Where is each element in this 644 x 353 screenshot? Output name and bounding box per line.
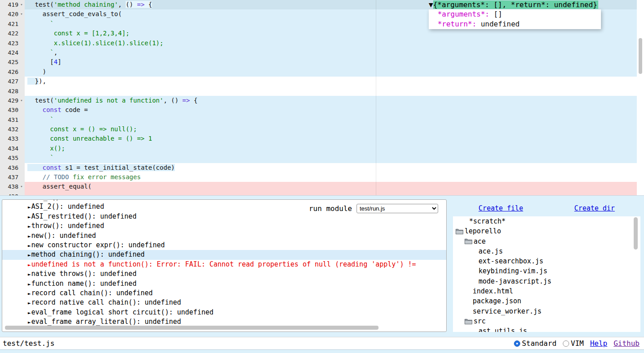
expand-triangle-icon[interactable]: ► bbox=[28, 319, 31, 325]
collapse-triangle-icon[interactable]: ▼ bbox=[429, 0, 433, 9]
code-line-text[interactable]: [4] bbox=[25, 57, 637, 67]
expand-triangle-icon[interactable]: ► bbox=[28, 252, 31, 258]
code-line-text[interactable]: const code = bbox=[25, 105, 637, 115]
file-tree-file[interactable]: index.html bbox=[453, 286, 640, 296]
expand-triangle-icon[interactable]: ► bbox=[28, 199, 31, 201]
code-line[interactable]: 431 ` bbox=[0, 115, 644, 125]
github-link[interactable]: Github bbox=[614, 339, 640, 348]
code-line[interactable]: 426 ) bbox=[0, 67, 644, 77]
test-results-panel: ►ASI_1(): undefined►ASI_2(): undefined►A… bbox=[2, 199, 447, 332]
test-result-item[interactable]: ►new(): undefined bbox=[2, 231, 446, 241]
code-token: { bbox=[144, 1, 152, 8]
code-line-text[interactable]: const unreachable = () => 1 bbox=[25, 134, 637, 143]
code-line[interactable]: 429▾ test('undefined is not a function',… bbox=[0, 96, 644, 105]
code-line[interactable]: 433 const unreachable = () => 1 bbox=[0, 134, 644, 143]
code-line-text[interactable]: // TODO fix error messages bbox=[25, 172, 637, 182]
test-result-item[interactable]: ►function name(): undefined bbox=[2, 279, 446, 288]
code-line-text[interactable] bbox=[25, 192, 637, 196]
line-number: 433 bbox=[1, 134, 18, 143]
radio-selected-icon[interactable] bbox=[514, 340, 520, 347]
code-line-text[interactable]: `, bbox=[25, 48, 637, 57]
file-tree-dir[interactable]: leporello bbox=[453, 226, 640, 236]
code-line-text[interactable]: x(); bbox=[25, 144, 637, 153]
line-gutter: 422 bbox=[0, 29, 25, 38]
code-line[interactable]: 439 bbox=[0, 192, 644, 196]
code-line[interactable]: 435 ` bbox=[0, 153, 644, 163]
code-line-text[interactable]: assert_equal( bbox=[25, 182, 637, 191]
file-tree-file[interactable]: *scratch* bbox=[453, 216, 640, 226]
test-result-item[interactable]: ►native throws(): undefined bbox=[2, 269, 446, 279]
expand-triangle-icon[interactable]: ► bbox=[28, 233, 31, 239]
code-editor[interactable]: 419▾ test('method chaining', () => {420▾… bbox=[0, 0, 644, 196]
code-line[interactable]: 434 x(); bbox=[0, 144, 644, 153]
file-tree-file[interactable]: ace.js bbox=[453, 246, 640, 256]
line-gutter: 432 bbox=[0, 125, 25, 134]
code-line-text[interactable]: ) bbox=[25, 67, 637, 77]
test-result-item[interactable]: ►throw(): undefined bbox=[2, 221, 446, 231]
file-tree-scrollbar-thumb[interactable] bbox=[634, 217, 638, 250]
editor-vertical-scrollbar-thumb[interactable] bbox=[639, 38, 642, 74]
file-tree-file[interactable]: keybinding-vim.js bbox=[453, 266, 640, 276]
help-link[interactable]: Help bbox=[590, 339, 608, 348]
code-line[interactable]: 430 const code = bbox=[0, 105, 644, 115]
expand-triangle-icon[interactable]: ► bbox=[28, 271, 31, 277]
create-file-button[interactable]: Create file bbox=[479, 204, 523, 212]
expand-triangle-icon[interactable]: ► bbox=[28, 281, 31, 287]
code-line-text[interactable]: ` bbox=[25, 115, 637, 125]
tooltip-entry[interactable]: *arguments*: [] bbox=[429, 9, 601, 19]
test-result-item[interactable]: ►new constructor expr(): undefined bbox=[2, 241, 446, 250]
code-line-text[interactable] bbox=[25, 86, 637, 96]
line-gutter: 429▾ bbox=[0, 96, 25, 105]
code-line[interactable]: 423 x.slice(1).slice(1).slice(1); bbox=[0, 39, 644, 48]
file-tree-dir[interactable]: src bbox=[453, 316, 640, 326]
code-line[interactable]: 427 }), bbox=[0, 77, 644, 86]
code-line[interactable]: 424 `, bbox=[0, 48, 644, 57]
code-line-text[interactable]: const s1 = test_initial_state(code) bbox=[25, 163, 637, 172]
keybinding-option-vim[interactable]: VIM bbox=[563, 339, 584, 348]
expand-triangle-icon[interactable]: ► bbox=[28, 214, 31, 220]
expand-triangle-icon[interactable]: ► bbox=[28, 300, 31, 306]
expand-triangle-icon[interactable]: ► bbox=[28, 243, 31, 249]
tooltip-header-row[interactable]: ▼{*arguments*: [], *return*: undefined} bbox=[429, 0, 601, 9]
code-line[interactable]: 422 const x = [1,2,3,4]; bbox=[0, 29, 644, 38]
code-token: ` bbox=[27, 20, 54, 27]
create-dir-button[interactable]: Create dir bbox=[574, 204, 615, 212]
test-result-item[interactable]: ►method chaining(): undefined bbox=[2, 250, 446, 259]
code-line[interactable]: 436 const s1 = test_initial_state(code) bbox=[0, 163, 644, 172]
expand-triangle-icon[interactable]: ► bbox=[28, 262, 31, 268]
expand-triangle-icon[interactable]: ► bbox=[28, 224, 31, 229]
expand-triangle-icon[interactable]: ► bbox=[28, 204, 31, 210]
fold-widget-icon[interactable]: ▾ bbox=[18, 0, 25, 9]
code-line[interactable]: 425 [4] bbox=[0, 57, 644, 67]
code-line-text[interactable]: const x = () => null(); bbox=[25, 125, 637, 134]
code-line-text[interactable]: x.slice(1).slice(1).slice(1); bbox=[25, 39, 637, 48]
code-line-text[interactable]: }), bbox=[25, 77, 637, 86]
logs-horizontal-scrollbar-thumb[interactable] bbox=[5, 326, 379, 330]
fold-widget-icon[interactable]: ▾ bbox=[18, 182, 25, 191]
code-line-text[interactable]: test('undefined is not a function', () =… bbox=[25, 96, 637, 105]
expand-triangle-icon[interactable]: ► bbox=[28, 291, 31, 297]
code-line[interactable]: 432 const x = () => null(); bbox=[0, 125, 644, 134]
test-result-item[interactable]: ►record native call chain(): undefined bbox=[2, 298, 446, 307]
keybinding-option-standard[interactable]: Standard bbox=[514, 339, 557, 348]
test-result-item[interactable]: ►eval_frame logical short circuit(): und… bbox=[2, 308, 446, 317]
file-tree-file[interactable]: service_worker.js bbox=[453, 306, 640, 316]
code-line[interactable]: 438▾ assert_equal( bbox=[0, 182, 644, 191]
fold-widget-icon[interactable]: ▾ bbox=[18, 96, 25, 105]
expand-triangle-icon[interactable]: ► bbox=[28, 310, 31, 316]
file-tree-file[interactable]: ast_utils.js bbox=[453, 326, 640, 332]
file-tree-file[interactable]: ext-searchbox.js bbox=[453, 256, 640, 266]
test-result-item[interactable]: ►record call chain(): undefined bbox=[2, 288, 446, 298]
run-module-select[interactable]: test/run.js bbox=[357, 204, 438, 213]
tooltip-entry[interactable]: *return*: undefined bbox=[429, 19, 601, 29]
code-line-text[interactable]: ` bbox=[25, 153, 637, 163]
file-tree-file[interactable]: package.json bbox=[453, 296, 640, 306]
code-line[interactable]: 437 // TODO fix error messages bbox=[0, 172, 644, 182]
file-tree-file[interactable]: mode-javascript.js bbox=[453, 276, 640, 286]
fold-widget-icon[interactable]: ▾ bbox=[18, 9, 25, 19]
radio-unselected-icon[interactable] bbox=[563, 340, 569, 347]
code-line-text[interactable]: const x = [1,2,3,4]; bbox=[25, 29, 637, 38]
code-line[interactable]: 428 bbox=[0, 86, 644, 96]
file-tree-dir[interactable]: ace bbox=[453, 237, 640, 246]
test-result-item[interactable]: ►undefined is not a function(): Error: F… bbox=[2, 260, 446, 269]
